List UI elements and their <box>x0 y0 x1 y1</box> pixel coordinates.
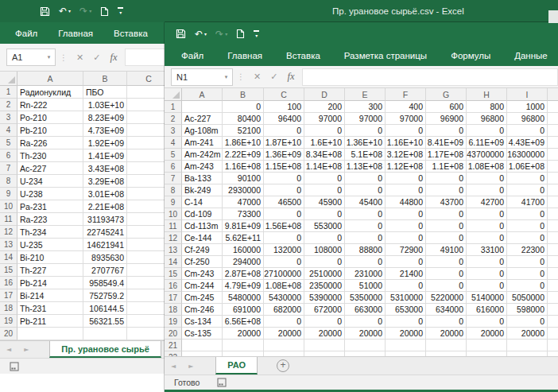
cell[interactable]: 0 <box>304 208 345 220</box>
cell[interactable]: Bi-214 <box>17 289 83 302</box>
enter-icon[interactable]: ✓ <box>265 72 282 82</box>
cell[interactable]: U-238 <box>17 188 83 200</box>
cell[interactable]: 80400 <box>223 113 264 125</box>
column-header[interactable]: F <box>386 88 426 101</box>
save-icon[interactable] <box>176 29 186 39</box>
row-header[interactable]: 15 <box>165 268 182 280</box>
cell[interactable]: 20000 <box>467 328 507 340</box>
row-header[interactable]: 12 <box>165 232 182 244</box>
cell[interactable]: 41700 <box>507 196 548 208</box>
cell[interactable] <box>345 340 386 351</box>
cell[interactable]: 1.08E+08 <box>467 161 507 173</box>
cell[interactable]: 1.15E+08 <box>264 161 304 173</box>
cell[interactable]: 45400 <box>345 196 386 208</box>
cell[interactable]: Ac-227 <box>17 162 83 175</box>
cell[interactable]: 0 <box>467 268 507 280</box>
cell[interactable] <box>548 256 558 268</box>
cell[interactable]: 1.12E+08 <box>386 161 426 173</box>
cell[interactable]: 3.29E+08 <box>83 175 127 188</box>
cell[interactable]: 20000 <box>345 328 386 340</box>
cell[interactable]: 27100000 <box>264 268 304 280</box>
cell[interactable]: Bk-249 <box>182 184 223 196</box>
cell[interactable]: Cd-109 <box>182 208 223 220</box>
cell[interactable]: 0 <box>264 256 304 268</box>
column-header[interactable]: C <box>264 88 304 101</box>
cell[interactable]: 16300000 <box>507 149 548 161</box>
cell[interactable]: Am-243 <box>182 161 223 173</box>
cell[interactable] <box>264 351 304 356</box>
cell[interactable] <box>507 340 548 351</box>
cell[interactable] <box>548 351 558 356</box>
row-header[interactable]: 16 <box>0 277 17 289</box>
cell[interactable]: 106144.5 <box>83 302 127 315</box>
cell[interactable]: 663000 <box>345 304 386 316</box>
cell[interactable]: 0 <box>386 208 426 220</box>
cell[interactable]: 1.16E+10 <box>386 137 426 149</box>
cell[interactable]: 5390000 <box>304 292 345 304</box>
cell[interactable]: 8.41E+09 <box>426 137 467 149</box>
cell[interactable] <box>548 149 558 161</box>
cell[interactable] <box>386 340 426 351</box>
sheet-tab[interactable]: РАО <box>215 357 258 375</box>
cell[interactable] <box>182 101 223 113</box>
cell[interactable]: 553000 <box>304 220 345 232</box>
cell[interactable] <box>17 328 83 340</box>
row-header[interactable]: 20 <box>165 328 182 340</box>
column-header[interactable]: B <box>223 88 264 101</box>
cell[interactable]: 0 <box>467 280 507 292</box>
row-header[interactable]: 5 <box>0 137 17 149</box>
cell[interactable] <box>548 173 558 184</box>
column-header[interactable]: I <box>507 88 548 101</box>
cell[interactable]: 42700 <box>467 196 507 208</box>
cell[interactable] <box>548 340 558 351</box>
cell[interactable]: 22745241 <box>83 226 127 239</box>
column-header[interactable]: A <box>17 72 83 86</box>
cell[interactable]: 1000 <box>507 101 548 113</box>
cell[interactable]: 0 <box>507 256 548 268</box>
ribbon-tab[interactable]: Главная <box>215 45 274 66</box>
cell[interactable]: 2707767 <box>83 264 127 277</box>
row-header[interactable]: 18 <box>165 304 182 316</box>
cell[interactable]: 0 <box>507 173 548 184</box>
cell[interactable] <box>548 244 558 256</box>
cell[interactable]: 0 <box>264 173 304 184</box>
row-header[interactable]: 17 <box>0 289 17 302</box>
row-header[interactable]: 3 <box>165 125 182 137</box>
row-header[interactable]: 13 <box>0 239 17 251</box>
cell[interactable]: 0 <box>426 316 467 328</box>
cell[interactable] <box>548 161 558 173</box>
row-header[interactable]: 2 <box>0 99 17 111</box>
cell[interactable] <box>548 328 558 340</box>
cell[interactable]: 46500 <box>264 196 304 208</box>
next-sheet-icon[interactable]: ► <box>17 341 35 358</box>
enter-icon[interactable]: ✓ <box>88 52 105 63</box>
cell[interactable]: 0 <box>386 316 426 328</box>
cell[interactable]: Cm-245 <box>182 292 223 304</box>
cell[interactable] <box>304 340 345 351</box>
cell[interactable]: 691000 <box>223 304 264 316</box>
cell[interactable] <box>548 316 558 328</box>
cell[interactable]: 0 <box>467 125 507 137</box>
cell[interactable]: Th-227 <box>17 264 83 277</box>
cell[interactable]: Ba-133 <box>182 173 223 184</box>
cell[interactable]: Cd-113m <box>182 220 223 232</box>
cell[interactable]: 6.56E+08 <box>223 316 264 328</box>
cell[interactable]: 0 <box>386 125 426 137</box>
cell[interactable]: Th-230 <box>17 149 83 162</box>
cell[interactable]: 4.73E+09 <box>83 124 127 137</box>
row-header[interactable]: 16 <box>165 280 182 292</box>
cell[interactable]: 0 <box>507 184 548 196</box>
cell[interactable]: 8.34E+08 <box>304 149 345 161</box>
cell[interactable]: 160000 <box>223 244 264 256</box>
cell[interactable]: 2.21E+08 <box>83 200 127 213</box>
cell[interactable]: 5140000 <box>467 292 507 304</box>
macro-record-icon[interactable] <box>10 362 19 371</box>
cell[interactable]: 1.08E+08 <box>264 280 304 292</box>
cell[interactable]: 0 <box>507 232 548 244</box>
ribbon-tab[interactable]: Файл <box>5 23 48 44</box>
row-header[interactable]: 10 <box>165 208 182 220</box>
row-header[interactable]: 21 <box>165 340 182 351</box>
insert-function-icon[interactable]: fx <box>282 71 299 83</box>
cell[interactable]: 0 <box>467 232 507 244</box>
cell[interactable]: 0 <box>345 208 386 220</box>
